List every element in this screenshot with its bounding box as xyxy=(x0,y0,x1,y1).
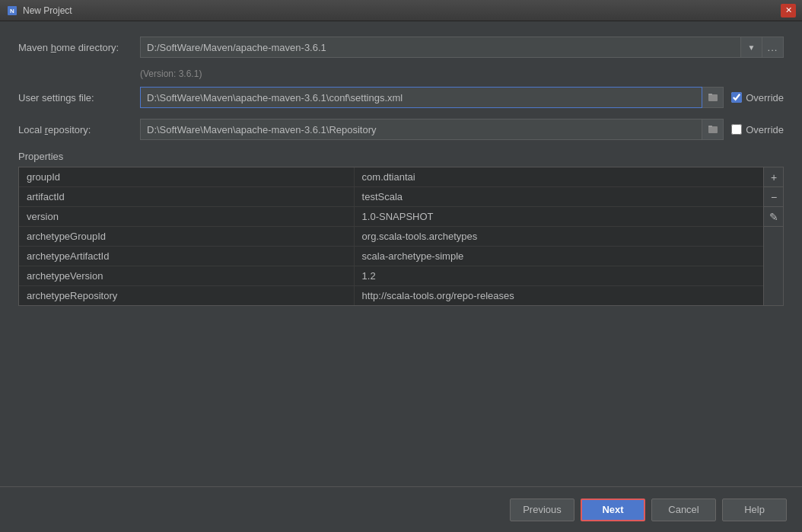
properties-section-label: Properties xyxy=(18,151,784,162)
local-repo-row: Local repository: Override xyxy=(18,119,784,140)
table-row: archetypeVersion1.2 xyxy=(19,266,763,286)
property-key: archetypeVersion xyxy=(19,266,354,286)
local-repo-override-group: Override xyxy=(731,124,784,135)
maven-home-browse-btn[interactable]: ... xyxy=(762,37,784,58)
local-repo-input[interactable] xyxy=(140,119,702,140)
property-key: archetypeArtifactId xyxy=(19,247,354,266)
property-value: 1.0-SNAPSHOT xyxy=(354,207,763,227)
user-settings-row: User settings file: Override xyxy=(18,87,784,108)
add-property-btn[interactable]: + xyxy=(764,167,784,187)
edit-property-btn[interactable]: ✎ xyxy=(764,207,784,227)
user-settings-label: User settings file: xyxy=(18,92,140,104)
next-button[interactable]: Next xyxy=(581,499,645,521)
table-row: archetypeRepositoryhttp://scala-tools.or… xyxy=(19,286,763,306)
table-empty-area xyxy=(18,306,784,458)
maven-home-input[interactable] xyxy=(140,37,741,58)
close-button[interactable]: ✕ xyxy=(781,4,796,18)
properties-container: groupIdcom.dtiantaiartifactIdtestScalave… xyxy=(18,167,784,306)
svg-rect-4 xyxy=(708,126,718,133)
properties-table: groupIdcom.dtiantaiartifactIdtestScalave… xyxy=(19,167,763,305)
local-repo-override-checkbox[interactable] xyxy=(731,124,742,135)
property-key: groupId xyxy=(19,167,354,187)
maven-home-dropdown-btn[interactable]: ▼ xyxy=(741,37,762,58)
user-settings-override-label: Override xyxy=(746,92,784,104)
help-button[interactable]: Help xyxy=(722,499,787,521)
user-settings-input[interactable] xyxy=(140,87,702,108)
window-title: New Project xyxy=(23,5,781,16)
properties-actions: + − ✎ xyxy=(763,167,783,305)
property-value: org.scala-tools.archetypes xyxy=(354,227,763,247)
user-settings-override-group: Override xyxy=(731,92,784,104)
svg-rect-3 xyxy=(708,94,712,95)
maven-version: (Version: 3.6.1) xyxy=(140,68,784,79)
table-row: artifactIdtestScala xyxy=(19,187,763,207)
table-row: version1.0-SNAPSHOT xyxy=(19,207,763,227)
table-row: archetypeGroupIdorg.scala-tools.archetyp… xyxy=(19,227,763,247)
property-key: version xyxy=(19,207,354,227)
svg-rect-2 xyxy=(708,94,718,101)
svg-text:N: N xyxy=(10,8,14,14)
table-row: groupIdcom.dtiantai xyxy=(19,167,763,187)
maven-home-row: Maven home directory: ▼ ... xyxy=(18,37,784,58)
maven-home-label: Maven home directory: xyxy=(18,42,140,53)
dialog-footer: Previous Next Cancel Help xyxy=(0,486,802,532)
property-key: archetypeRepository xyxy=(19,286,354,306)
maven-home-input-group: ▼ ... xyxy=(140,37,784,58)
local-repo-browse-btn[interactable] xyxy=(702,119,724,140)
local-repo-label: Local repository: xyxy=(18,124,140,135)
svg-rect-5 xyxy=(708,126,712,127)
property-key: artifactId xyxy=(19,187,354,207)
property-value: http://scala-tools.org/repo-releases xyxy=(354,286,763,306)
app-icon: N xyxy=(6,5,18,17)
user-settings-input-group xyxy=(140,87,724,108)
previous-button[interactable]: Previous xyxy=(510,499,574,521)
property-value: com.dtiantai xyxy=(354,167,763,187)
table-row: archetypeArtifactIdscala-archetype-simpl… xyxy=(19,247,763,266)
property-value: scala-archetype-simple xyxy=(354,247,763,266)
property-value: testScala xyxy=(354,187,763,207)
user-settings-browse-btn[interactable] xyxy=(702,87,724,108)
dialog-body: Maven home directory: ▼ ... (Version: 3.… xyxy=(0,21,802,486)
title-bar: N New Project ✕ xyxy=(0,0,802,21)
property-key: archetypeGroupId xyxy=(19,227,354,247)
local-repo-input-group xyxy=(140,119,724,140)
user-settings-override-checkbox[interactable] xyxy=(731,92,742,103)
local-repo-override-label: Override xyxy=(746,124,784,135)
cancel-button[interactable]: Cancel xyxy=(651,499,716,521)
remove-property-btn[interactable]: − xyxy=(764,187,784,207)
property-value: 1.2 xyxy=(354,266,763,286)
